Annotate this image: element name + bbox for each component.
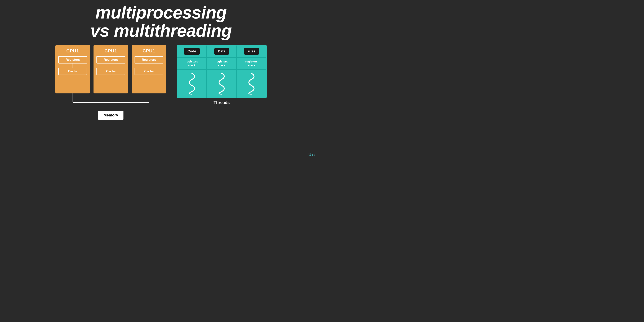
- thread-col1-squiggle: [177, 70, 207, 98]
- col2-regs-text: registersstack: [216, 60, 228, 67]
- cpu3-box: CPU1 Registers Cache: [132, 45, 166, 93]
- tree-connector: [56, 102, 166, 111]
- data-badge: Data: [214, 48, 229, 55]
- cpu3-connector: [149, 63, 149, 68]
- cpu3-cache: Cache: [134, 68, 163, 75]
- cpu2-connector: [111, 63, 111, 68]
- cpu1-bottom-line: [72, 93, 73, 102]
- squiggle1-icon: [187, 72, 197, 95]
- thread-header-row: Code Data Files: [177, 45, 266, 57]
- cpu2-registers: Registers: [96, 56, 125, 63]
- page-title: multiprocessing vs multithreading: [90, 3, 232, 40]
- cpu2-group: CPU1 Registers Cache: [94, 45, 128, 102]
- diagrams-row: CPU1 Registers Cache CPU1 Registers Cach: [7, 45, 315, 120]
- thread-col3-regs: registersstack: [237, 58, 266, 69]
- cpu1-connector: [72, 63, 73, 68]
- thread-col2-regs: registersstack: [207, 58, 237, 69]
- cpu1-cache: Cache: [58, 68, 87, 75]
- col3-regs-text: registersstack: [245, 60, 258, 67]
- cpu1-box: CPU1 Registers Cache: [56, 45, 90, 93]
- squiggle3-icon: [246, 72, 257, 95]
- memory-box: Memory: [98, 111, 124, 120]
- tree-v-drop: [111, 102, 111, 111]
- cpu1-registers: Registers: [58, 56, 87, 63]
- multiprocessing-section: CPU1 Registers Cache CPU1 Registers Cach: [56, 45, 166, 120]
- thread-col3-squiggle: [237, 70, 266, 98]
- cpu3-bottom-line: [149, 93, 149, 102]
- cpu2-label: CPU1: [104, 48, 117, 54]
- files-badge: Files: [244, 48, 259, 55]
- cpu1-label: CPU1: [66, 48, 79, 54]
- cpu-boxes-row: CPU1 Registers Cache CPU1 Registers Cach: [56, 45, 166, 102]
- thread-col2-header: Data: [207, 45, 237, 57]
- cpu3-registers: Registers: [134, 56, 163, 63]
- cpu3-label: CPU1: [142, 48, 155, 54]
- thread-squiggle-row: [177, 70, 266, 98]
- thread-col2-squiggle: [207, 70, 237, 98]
- thread-col1-regs: registersstack: [177, 58, 207, 69]
- multithreading-section: Code Data Files registersstack: [177, 45, 267, 105]
- title-line2: vs multithreading: [90, 21, 232, 40]
- cpu2-cache: Cache: [96, 68, 125, 75]
- logo: ∪∩: [308, 152, 315, 157]
- cpu1-group: CPU1 Registers Cache: [56, 45, 90, 102]
- squiggle2-icon: [216, 72, 227, 95]
- cpu2-box: CPU1 Registers Cache: [94, 45, 128, 93]
- threads-label: Threads: [214, 100, 230, 105]
- cpu2-bottom-line: [111, 93, 111, 102]
- thread-col3-header: Files: [237, 45, 266, 57]
- memory-label: Memory: [104, 113, 118, 117]
- title-line1: multiprocessing: [96, 3, 226, 22]
- thread-container: Code Data Files registersstack: [177, 45, 267, 98]
- thread-col1-header: Code: [177, 45, 207, 57]
- cpu3-group: CPU1 Registers Cache: [132, 45, 166, 102]
- code-badge: Code: [184, 48, 200, 55]
- col1-regs-text: registersstack: [186, 60, 198, 67]
- thread-regs-row: registersstack registersstack registerss…: [177, 58, 266, 69]
- page-container: multiprocessing vs multithreading CPU1 R…: [0, 0, 322, 161]
